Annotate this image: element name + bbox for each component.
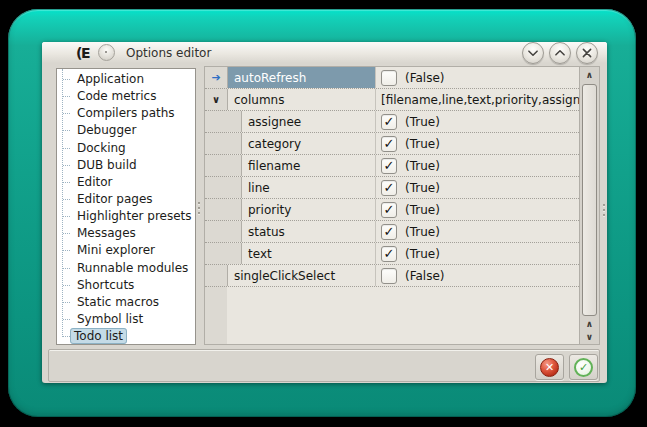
property-row-line[interactable]: line ✓ (True) [205, 177, 579, 199]
property-value: ✓ (True) [375, 133, 579, 154]
property-name[interactable]: status [241, 221, 375, 242]
checkbox-checked[interactable]: ✓ [381, 224, 397, 240]
property-value: ✓ (True) [375, 221, 579, 242]
close-button[interactable] [576, 42, 598, 64]
resize-grip[interactable] [603, 204, 605, 216]
sidebar-item-static-macros[interactable]: Static macros [57, 294, 195, 311]
check-icon: ✓ [384, 181, 395, 194]
property-row-status[interactable]: status ✓ (True) [205, 221, 579, 243]
chevron-up-icon [550, 42, 570, 64]
checkbox-checked[interactable]: ✓ [381, 114, 397, 130]
splitter-grip[interactable] [198, 202, 200, 214]
accept-button[interactable]: ✓ [569, 354, 598, 380]
checkbox-checked[interactable]: ✓ [381, 158, 397, 174]
check-icon: ✓ [384, 159, 395, 172]
sidebar-item-application[interactable]: Application [57, 71, 195, 88]
maximize-button[interactable] [549, 42, 571, 64]
window-frame: (E Options editor [8, 9, 636, 417]
cancel-button[interactable]: ✕ [535, 354, 564, 380]
sidebar-item-editor[interactable]: Editor [57, 174, 195, 191]
property-row-columns[interactable]: ∨ columns [filename,line,text,priority,a… [205, 89, 579, 111]
property-row-assignee[interactable]: assignee ✓ (True) [205, 111, 579, 133]
options-property-grid: ➔ autoRefresh (False) ∨ columns [204, 66, 600, 345]
property-row-priority[interactable]: priority ✓ (True) [205, 199, 579, 221]
check-icon: ✓ [384, 137, 395, 150]
property-value: (False) [375, 67, 579, 88]
window-title: Options editor [126, 46, 211, 60]
row-gutter-cell: ➔ [205, 67, 227, 88]
window-controls [522, 42, 598, 64]
check-icon: ✓ [384, 203, 395, 216]
property-value: ✓ (True) [375, 155, 579, 176]
coedit-logo-icon: (E [76, 46, 89, 60]
scrollbar-thumb[interactable] [582, 84, 597, 316]
categories-tree: Application Code metrics Compilers paths… [57, 69, 195, 345]
footer-bar: ✕ ✓ [48, 349, 600, 382]
property-value: (False) [375, 265, 579, 286]
property-value: ✓ (True) [375, 111, 579, 132]
sidebar-item-shortcuts[interactable]: Shortcuts [57, 277, 195, 294]
scroll-down-icon[interactable]: ∨ [580, 330, 599, 344]
property-name[interactable]: priority [241, 199, 375, 220]
checkbox-checked[interactable]: ✓ [381, 180, 397, 196]
property-name[interactable]: line [241, 177, 375, 198]
checkbox-checked[interactable]: ✓ [381, 202, 397, 218]
row-gutter-cell: ∨ [205, 89, 227, 110]
screen: (E Options editor [0, 0, 647, 427]
checkbox-unchecked[interactable] [381, 268, 397, 284]
property-name[interactable]: filename [241, 155, 375, 176]
sidebar-item-compilers-paths[interactable]: Compilers paths [57, 105, 195, 122]
sidebar-item-mini-explorer[interactable]: Mini explorer [57, 242, 195, 259]
property-row-filename[interactable]: filename ✓ (True) [205, 155, 579, 177]
sidebar-item-docking[interactable]: Docking [57, 140, 195, 157]
sidebar-item-highlighter-presets[interactable]: Highlighter presets [57, 208, 195, 225]
sidebar-item-code-metrics[interactable]: Code metrics [57, 88, 195, 105]
categories-listbox: Application Code metrics Compilers paths… [56, 68, 196, 345]
property-name[interactable]: columns [227, 89, 375, 110]
window-menu-button[interactable] [98, 44, 115, 61]
property-name[interactable]: singleClickSelect [227, 265, 375, 286]
property-row-autoRefresh[interactable]: ➔ autoRefresh (False) [205, 67, 579, 89]
property-name[interactable]: category [241, 133, 375, 154]
property-value: ✓ (True) [375, 199, 579, 220]
scroll-up-icon[interactable]: ∧ [580, 317, 599, 331]
cancel-icon: ✕ [540, 358, 559, 377]
expander-expanded-icon[interactable]: ∨ [212, 95, 220, 105]
property-name[interactable]: text [241, 243, 375, 264]
scroll-up-icon[interactable]: ∧ [580, 68, 599, 82]
property-row-category[interactable]: category ✓ (True) [205, 133, 579, 155]
property-value: ✓ (True) [375, 177, 579, 198]
property-value: ✓ (True) [375, 243, 579, 264]
chevron-down-icon [523, 42, 543, 64]
checkbox-checked[interactable]: ✓ [381, 246, 397, 262]
titlebar[interactable]: (E Options editor [42, 42, 607, 63]
property-row-singleClickSelect[interactable]: singleClickSelect (False) [205, 265, 579, 287]
property-row-text[interactable]: text ✓ (True) [205, 243, 579, 265]
sidebar-item-editor-pages[interactable]: Editor pages [57, 191, 195, 208]
property-rows: ➔ autoRefresh (False) ∨ columns [205, 67, 579, 344]
checkbox-unchecked[interactable] [381, 70, 397, 86]
sidebar-item-debugger[interactable]: Debugger [57, 122, 195, 139]
grid-vertical-scrollbar[interactable]: ∧ ∧ ∨ [579, 67, 599, 344]
checkbox-checked[interactable]: ✓ [381, 136, 397, 152]
close-icon [577, 42, 597, 64]
property-name[interactable]: autoRefresh [227, 67, 375, 88]
sidebar-item-messages[interactable]: Messages [57, 225, 195, 242]
property-value[interactable]: [filename,line,text,priority,assigne [375, 89, 579, 110]
sidebar-item-symbol-list[interactable]: Symbol list [57, 311, 195, 328]
check-icon: ✓ [384, 247, 395, 260]
minimize-button[interactable] [522, 42, 544, 64]
selected-row-arrow-icon: ➔ [211, 72, 220, 83]
options-editor-dialog: (E Options editor [42, 42, 607, 383]
property-name[interactable]: assignee [241, 111, 375, 132]
check-icon: ✓ [384, 225, 395, 238]
check-icon: ✓ [384, 115, 395, 128]
sidebar-item-todo-list[interactable]: Todo list [57, 328, 195, 345]
sidebar-item-runnable-modules[interactable]: Runnable modules [57, 260, 195, 277]
sidebar-item-dub-build[interactable]: DUB build [57, 157, 195, 174]
accept-icon: ✓ [574, 358, 593, 377]
